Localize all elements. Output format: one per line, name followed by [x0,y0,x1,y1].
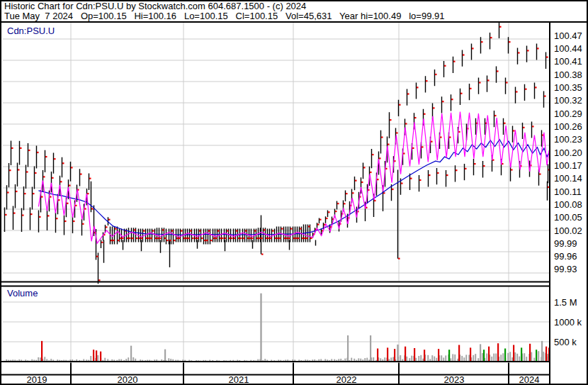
price-axis-label: 100.02 [554,225,587,236]
year-axis-label: 2023 [433,374,475,384]
price-axis-label: 100.05 [554,212,587,223]
price-axis-label: 100.20 [554,147,587,158]
year-axis-label: 2020 [106,374,149,384]
price-axis-label: 100.41 [554,56,587,67]
price-volume-chart-svg[interactable] [0,0,588,385]
price-axis-label: 100.29 [554,108,587,119]
ma-fast-line [38,112,549,244]
price-axis-label: 99.96 [554,251,587,262]
price-axis-label: 100.44 [554,43,587,54]
price-axis-label: 100.23 [554,134,587,145]
price-axis-label: 100.14 [554,173,587,184]
year-axis-label: 2024 [508,374,550,384]
price-axis-label: 100.17 [554,160,587,171]
volume-panel-label: Volume [7,288,38,298]
stock-chart-window: Historic Chart for Cdn:PSU.U by Stockwat… [0,0,588,385]
volume-axis-label: 1.5 M [554,297,587,308]
price-axis-label: 100.38 [554,69,587,80]
price-axis-label: 100.35 [554,82,587,93]
price-axis-label: 99.99 [554,238,587,249]
chart-title: Historic Chart for Cdn:PSU.U by Stockwat… [4,1,306,11]
quote-summary-line: Tue May 7 2024 Op=100.15 Hi=100.16 Lo=10… [4,11,444,21]
year-axis-label: 2021 [217,374,260,384]
volume-axis-label: 1000 k [554,317,587,328]
ma-slow-line [38,140,549,235]
price-axis-label: 100.26 [554,121,587,132]
price-axis-label: 100.32 [554,95,587,106]
volume-axis-label: 500 k [554,337,587,347]
symbol-label: Cdn:PSU.U [7,26,55,36]
year-axis-label: 2019 [16,374,58,384]
year-axis-label: 2022 [325,374,368,384]
price-axis-label: 99.93 [554,264,587,274]
price-axis-label: 100.11 [554,186,587,197]
price-axis-label: 100.08 [554,199,587,210]
price-axis-label: 100.47 [554,30,587,41]
